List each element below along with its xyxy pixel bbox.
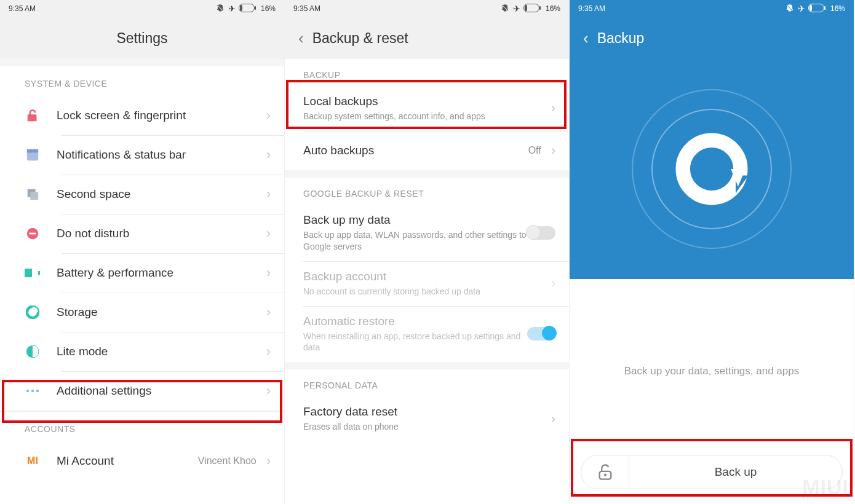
row-label: Storage — [57, 305, 263, 319]
row-second-space[interactable]: Second space › — [0, 175, 284, 214]
chevron-right-icon: › — [266, 383, 271, 399]
watermark-sub: en.miui.com — [802, 495, 849, 500]
row-battery[interactable]: Battery & performance › — [0, 253, 284, 293]
status-right: ✈ 16% — [785, 4, 845, 14]
row-additional-settings[interactable]: Additional settings › — [0, 371, 284, 411]
header: ‹ Backup — [570, 17, 854, 59]
status-bar: 9:35 AM ✈ 16% — [570, 0, 854, 17]
row-label: Second space — [57, 187, 263, 201]
row-subtitle: When reinstalling an app, restore backed… — [303, 331, 527, 354]
status-time: 9:35 AM — [293, 4, 320, 13]
section-backup: BACKUP — [285, 59, 569, 86]
row-back-up-my-data[interactable]: Back up my data Back up app data, WLAN p… — [285, 205, 569, 261]
row-title: Auto backups — [303, 144, 528, 157]
battery-perf-icon — [25, 265, 41, 281]
section-google: GOOGLE BACKUP & RESET — [285, 178, 569, 205]
svg-rect-11 — [32, 269, 38, 277]
status-bar: 9:35 AM ✈ 16% — [0, 0, 284, 17]
svg-rect-8 — [30, 233, 36, 235]
row-label: Lite mode — [57, 345, 263, 358]
battery-pct: 16% — [546, 4, 560, 13]
unlock-button[interactable] — [581, 455, 629, 489]
phone-settings: 9:35 AM ✈ 16% Settings SYSTEM & DEVICE L… — [0, 0, 285, 504]
backup-graphic — [570, 59, 854, 279]
section-system-device: SYSTEM & DEVICE — [0, 66, 284, 96]
svg-point-14 — [26, 390, 29, 392]
row-label: Additional settings — [57, 384, 263, 398]
battery-icon — [239, 4, 257, 14]
row-lite-mode[interactable]: Lite mode › — [0, 332, 284, 371]
silent-icon — [501, 4, 509, 14]
chevron-right-icon: › — [266, 344, 271, 360]
page-title: Settings — [116, 30, 167, 47]
header: ‹ Backup & reset — [285, 17, 569, 59]
row-subtitle: No account is currently storing backed u… — [303, 286, 547, 297]
svg-point-15 — [31, 390, 34, 392]
row-title: Back up my data — [303, 213, 527, 227]
row-local-backups[interactable]: Local backups Backup system settings, ac… — [285, 86, 569, 131]
chevron-right-icon: › — [551, 275, 555, 291]
svg-point-16 — [36, 390, 39, 392]
status-bar: 9:35 AM ✈ 16% — [285, 0, 569, 17]
status-time: 9:35 AM — [578, 4, 605, 13]
row-dnd[interactable]: Do not disturb › — [0, 214, 284, 253]
lock-icon — [25, 108, 41, 124]
toggle-backup-data[interactable] — [527, 226, 555, 240]
toggle-auto-restore[interactable] — [527, 327, 555, 341]
svg-rect-2 — [240, 5, 242, 11]
status-time: 9:35 AM — [9, 4, 36, 13]
row-value: Off — [528, 145, 541, 156]
status-right: ✈ 16% — [216, 4, 276, 14]
backup-description: Back up your data, settings, and apps — [570, 279, 854, 377]
phone-backup: 9:35 AM ✈ 16% ‹ Backup — [570, 0, 854, 504]
chevron-right-icon: › — [551, 143, 555, 159]
row-label: Lock screen & fingerprint — [57, 109, 263, 122]
row-backup-account: Backup account No account is currently s… — [285, 261, 569, 306]
svg-rect-1 — [255, 6, 256, 10]
row-title: Backup account — [303, 270, 547, 283]
ring-outer — [632, 89, 792, 249]
svg-rect-21 — [824, 6, 825, 10]
row-storage[interactable]: Storage › — [0, 293, 284, 332]
row-subtitle: Erases all data on phone — [303, 421, 547, 433]
row-value: Vincent Khoo — [198, 455, 256, 467]
backup-top: 9:35 AM ✈ 16% ‹ Backup — [570, 0, 854, 279]
row-label: Notifications & status bar — [57, 148, 263, 162]
row-lock-screen[interactable]: Lock screen & fingerprint › — [0, 96, 284, 135]
row-label: Do not disturb — [57, 227, 263, 240]
status-right: ✈ 16% — [501, 4, 560, 14]
row-label: Mi Account — [57, 454, 198, 468]
ring-mid — [651, 109, 772, 229]
svg-rect-6 — [30, 192, 38, 200]
svg-rect-4 — [27, 149, 38, 153]
row-subtitle: Backup system settings, account info, an… — [303, 111, 547, 122]
row-auto-backups[interactable]: Auto backups Off › — [285, 131, 569, 170]
battery-pct: 16% — [830, 4, 845, 13]
phone-backup-reset: 9:35 AM ✈ 16% ‹ Backup & reset BACKUP Lo… — [285, 0, 570, 504]
row-factory-reset[interactable]: Factory data reset Erases all data on ph… — [285, 396, 569, 441]
page-title: Backup — [597, 30, 645, 47]
second-space-icon — [25, 186, 41, 202]
chevron-right-icon: › — [266, 304, 271, 320]
unlock-icon — [597, 463, 614, 481]
row-mi-account[interactable]: MI Mi Account Vincent Khoo › — [0, 441, 284, 481]
watermark: MIUI en.miui.com — [802, 479, 849, 500]
storage-icon — [25, 304, 41, 320]
more-icon — [25, 383, 41, 399]
lite-mode-icon — [25, 344, 41, 360]
back-button[interactable]: ‹ — [583, 29, 589, 48]
chevron-right-icon: › — [551, 100, 555, 116]
row-title: Automatic restore — [303, 315, 527, 328]
airplane-icon: ✈ — [228, 4, 235, 14]
section-accounts: ACCOUNTS — [0, 412, 284, 441]
header: Settings — [0, 17, 284, 59]
svg-rect-22 — [809, 5, 812, 11]
row-notifications[interactable]: Notifications & status bar › — [0, 135, 284, 175]
row-label: Battery & performance — [57, 266, 263, 280]
chevron-right-icon: › — [266, 453, 271, 469]
airplane-icon: ✈ — [798, 4, 805, 14]
refresh-icon — [672, 129, 752, 209]
row-title: Factory data reset — [303, 405, 547, 419]
chevron-right-icon: › — [266, 108, 271, 124]
back-button[interactable]: ‹ — [298, 29, 304, 48]
